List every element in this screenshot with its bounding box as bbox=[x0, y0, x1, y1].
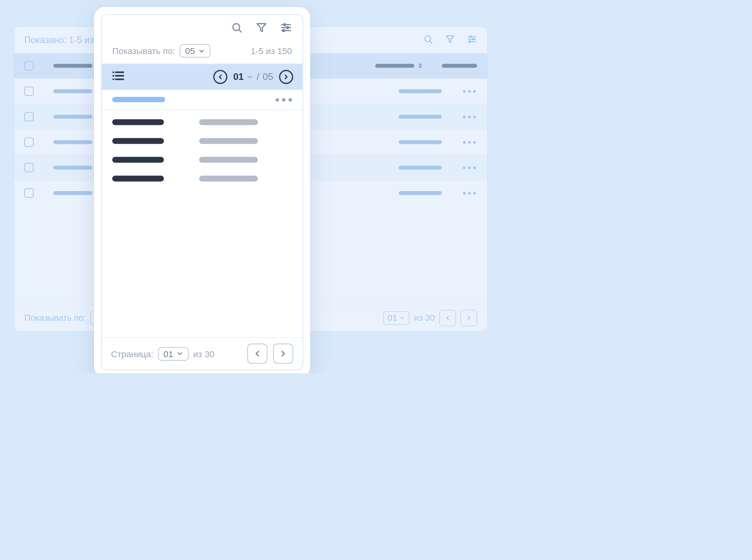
range-text: 1-5 из 150 bbox=[251, 46, 292, 56]
column-header[interactable] bbox=[442, 64, 477, 68]
prev-record-button[interactable] bbox=[213, 70, 227, 84]
more-icon[interactable] bbox=[461, 90, 477, 93]
filter-icon[interactable] bbox=[256, 22, 268, 36]
chevron-down-icon bbox=[246, 74, 253, 81]
svg-point-23 bbox=[112, 78, 114, 80]
cell-placeholder bbox=[399, 166, 442, 170]
svg-marker-2 bbox=[446, 36, 454, 42]
cell-placeholder bbox=[399, 115, 442, 119]
mobile-table-card: Показывать по: 05 1-5 из 150 01 / bbox=[94, 7, 310, 373]
cell-placeholder bbox=[53, 140, 92, 144]
filter-icon[interactable] bbox=[445, 34, 455, 46]
checkbox[interactable] bbox=[24, 163, 34, 172]
cell-placeholder bbox=[53, 115, 92, 119]
detail-row bbox=[112, 119, 292, 125]
svg-marker-11 bbox=[257, 24, 266, 32]
prev-page-button[interactable] bbox=[439, 310, 456, 326]
checkbox[interactable] bbox=[24, 188, 34, 198]
more-icon[interactable] bbox=[461, 141, 477, 144]
svg-point-21 bbox=[112, 71, 114, 73]
item-detail-list bbox=[102, 110, 303, 338]
next-record-button[interactable] bbox=[279, 70, 293, 84]
list-icon[interactable] bbox=[111, 69, 125, 85]
record-pager-row: 01 / 05 bbox=[102, 64, 303, 90]
item-title-placeholder bbox=[112, 97, 165, 103]
next-page-button[interactable] bbox=[461, 310, 477, 326]
sort-icon[interactable] bbox=[418, 62, 422, 70]
svg-point-22 bbox=[112, 75, 114, 77]
cell-placeholder bbox=[399, 191, 442, 195]
modal-footer: Страница: 01 из 30 bbox=[102, 337, 303, 370]
more-icon[interactable] bbox=[461, 166, 477, 169]
per-page-select[interactable]: 05 bbox=[180, 44, 210, 58]
detail-row bbox=[112, 138, 292, 144]
cell-placeholder bbox=[53, 89, 92, 93]
next-page-button[interactable] bbox=[273, 344, 293, 364]
cell-placeholder bbox=[399, 89, 442, 93]
modal-toolbar bbox=[102, 15, 303, 41]
of-total-text: из 30 bbox=[193, 349, 214, 359]
search-icon[interactable] bbox=[231, 22, 243, 36]
search-icon[interactable] bbox=[423, 34, 433, 46]
sliders-icon[interactable] bbox=[467, 34, 477, 46]
checkbox[interactable] bbox=[24, 112, 34, 121]
modal-settings-row: Показывать по: 05 1-5 из 150 bbox=[102, 41, 303, 64]
detail-value bbox=[199, 176, 258, 182]
detail-value bbox=[199, 138, 258, 144]
column-header[interactable] bbox=[53, 64, 92, 68]
prev-page-button[interactable] bbox=[248, 344, 268, 364]
page-select[interactable]: 01 bbox=[158, 347, 189, 361]
show-label: Показывать по: bbox=[112, 46, 175, 56]
cell-placeholder bbox=[399, 140, 442, 144]
detail-label bbox=[112, 138, 164, 144]
more-icon[interactable] bbox=[276, 98, 292, 101]
svg-line-10 bbox=[239, 30, 241, 32]
column-header[interactable] bbox=[375, 64, 414, 68]
detail-label bbox=[112, 176, 164, 182]
cell-placeholder bbox=[53, 191, 92, 195]
checkbox[interactable] bbox=[24, 61, 34, 70]
bg-show-label: Показывать по: bbox=[24, 313, 86, 323]
detail-row bbox=[112, 157, 292, 163]
svg-line-1 bbox=[430, 41, 432, 43]
page-select[interactable]: 01 bbox=[383, 311, 409, 325]
detail-value bbox=[199, 157, 258, 163]
item-header bbox=[102, 90, 303, 110]
checkbox[interactable] bbox=[24, 87, 34, 96]
detail-label bbox=[112, 157, 164, 163]
detail-label bbox=[112, 119, 164, 125]
bg-of-total: из 30 bbox=[414, 313, 435, 323]
cell-placeholder bbox=[53, 166, 92, 170]
sliders-icon[interactable] bbox=[280, 22, 292, 36]
detail-value bbox=[199, 119, 258, 125]
page-label: Страница: bbox=[111, 349, 154, 359]
more-icon[interactable] bbox=[461, 192, 477, 195]
more-icon[interactable] bbox=[461, 116, 477, 118]
checkbox[interactable] bbox=[24, 137, 34, 147]
record-page-indicator[interactable]: 01 / 05 bbox=[233, 72, 273, 82]
detail-row bbox=[112, 176, 292, 182]
bg-toolbar-icons bbox=[423, 34, 477, 46]
